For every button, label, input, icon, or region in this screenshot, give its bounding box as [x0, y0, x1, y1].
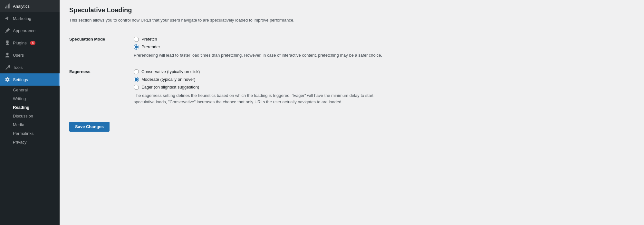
submenu-item-writing[interactable]: Writing [0, 94, 60, 103]
section-description: This section allows you to control how U… [69, 17, 359, 24]
speculation-mode-options: Prefetch Prerender Prerendering will lea… [134, 32, 634, 64]
main-content: Speculative Loading This section allows … [60, 0, 644, 225]
submenu-item-discussion[interactable]: Discussion [0, 112, 60, 120]
conservative-option[interactable]: Conservative (typically on click) [134, 69, 634, 74]
wrench-icon [5, 64, 10, 70]
svg-rect-2 [8, 5, 9, 9]
sidebar-item-tools[interactable]: Tools [0, 61, 60, 73]
sidebar: Analytics Marketing Appearance P [0, 0, 60, 225]
brush-icon [5, 28, 10, 33]
plugin-icon [5, 40, 10, 46]
plugins-badge: 4 [30, 41, 36, 45]
eager-radio[interactable] [134, 85, 139, 90]
sidebar-item-users-label: Users [13, 53, 24, 58]
moderate-option[interactable]: Moderate (typically on hover) [134, 77, 634, 82]
chart-icon [5, 3, 10, 9]
prefetch-radio[interactable] [134, 37, 139, 42]
submenu-item-reading[interactable]: Reading [0, 103, 60, 112]
sidebar-item-plugins-label: Plugins [13, 41, 27, 45]
submenu-item-permalinks[interactable]: Permalinks [0, 129, 60, 138]
sidebar-item-appearance-label: Appearance [13, 28, 35, 33]
submenu-item-privacy[interactable]: Privacy [0, 138, 60, 146]
sidebar-item-appearance[interactable]: Appearance [0, 24, 60, 37]
sidebar-item-marketing-label: Marketing [13, 16, 31, 21]
eagerness-options: Conservative (typically on click) Modera… [134, 64, 634, 111]
sidebar-item-analytics-label: Analytics [13, 4, 30, 9]
submenu-item-media[interactable]: Media [0, 120, 60, 129]
megaphone-icon [5, 15, 10, 21]
prerender-option[interactable]: Prerender [134, 44, 634, 50]
submenu-item-general[interactable]: General [0, 86, 60, 94]
settings-icon [5, 77, 10, 82]
eagerness-row: Eagerness Conservative (typically on cli… [69, 64, 634, 111]
sidebar-item-settings[interactable]: Settings [0, 73, 60, 86]
prerender-radio[interactable] [134, 44, 139, 50]
prerender-label: Prerender [141, 44, 160, 49]
page-title: Speculative Loading [69, 6, 634, 14]
conservative-radio[interactable] [134, 69, 139, 74]
svg-rect-4 [6, 41, 8, 43]
prefetch-label: Prefetch [141, 37, 157, 42]
svg-rect-5 [6, 44, 9, 45]
svg-rect-1 [6, 5, 7, 8]
user-icon [5, 52, 10, 58]
sidebar-item-users[interactable]: Users [0, 49, 60, 61]
eagerness-label: Eagerness [69, 64, 134, 111]
settings-form-table: Speculation Mode Prefetch Prerender Prer… [69, 32, 634, 111]
svg-rect-0 [5, 7, 6, 8]
sidebar-item-marketing[interactable]: Marketing [0, 12, 60, 24]
sidebar-item-tools-label: Tools [13, 65, 23, 70]
prefetch-option[interactable]: Prefetch [134, 37, 634, 42]
eager-option[interactable]: Eager (on slightest suggestion) [134, 85, 634, 90]
eager-label: Eager (on slightest suggestion) [141, 85, 199, 89]
speculation-mode-label: Speculation Mode [69, 32, 134, 64]
conservative-label: Conservative (typically on click) [141, 69, 200, 74]
moderate-radio[interactable] [134, 77, 139, 82]
sidebar-item-analytics[interactable]: Analytics [0, 0, 60, 12]
svg-point-7 [7, 79, 8, 80]
eagerness-help: The eagerness setting defines the heuris… [134, 92, 391, 106]
speculation-mode-help: Prerendering will lead to faster load ti… [134, 52, 391, 59]
sidebar-item-settings-label: Settings [13, 77, 28, 82]
sidebar-item-plugins[interactable]: Plugins 4 [0, 37, 60, 49]
save-changes-button[interactable]: Save Changes [69, 122, 110, 132]
svg-rect-3 [9, 4, 10, 8]
svg-point-6 [6, 53, 8, 55]
speculation-mode-row: Speculation Mode Prefetch Prerender Prer… [69, 32, 634, 64]
moderate-label: Moderate (typically on hover) [141, 77, 196, 82]
